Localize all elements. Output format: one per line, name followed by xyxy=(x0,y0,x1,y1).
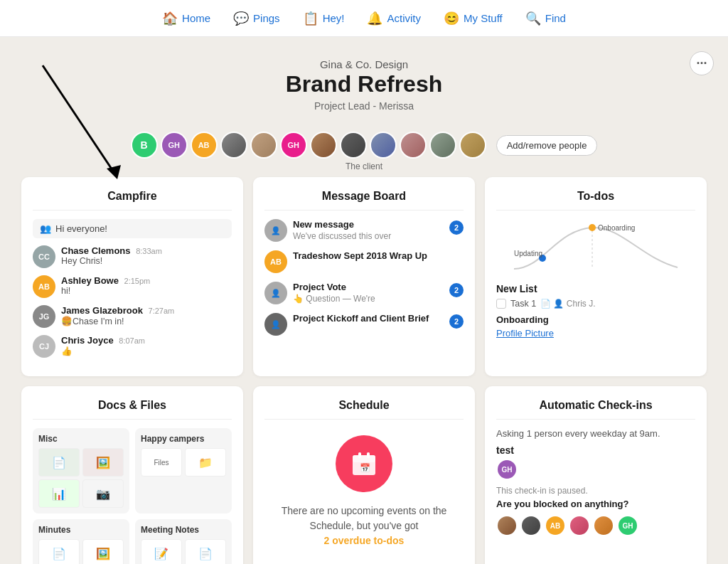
docs-folder-meeting-notes[interactable]: Meeting Notes 📝 📄 🗒️ xyxy=(135,519,232,564)
campfire-message-ashley[interactable]: AB Ashley Bowe 2:15pm hi! xyxy=(33,275,232,298)
onboarding-section: Onboarding xyxy=(496,314,695,325)
folder-name-meeting-notes: Meeting Notes xyxy=(141,525,226,535)
nav-home[interactable]: 🏠 Home xyxy=(162,11,210,26)
nav-activity[interactable]: 🔔 Activity xyxy=(367,11,421,26)
nav-hey[interactable]: 📋 Hey! xyxy=(303,11,345,26)
nav-home-label: Home xyxy=(182,12,210,24)
schedule-card: Schedule 📅 There are no upcoming events … xyxy=(253,386,475,564)
task-checkbox[interactable] xyxy=(496,299,506,309)
add-remove-people-button[interactable]: Add/remove people xyxy=(496,135,598,156)
checkins-card: Automatic Check-ins Asking 1 person ever… xyxy=(485,386,707,564)
checkin-avatar-6[interactable]: GH xyxy=(617,515,638,536)
svg-rect-10 xyxy=(367,452,370,458)
company-name: Gina & Co. Design xyxy=(21,58,707,70)
main-content: ··· Gina & Co. Design Brand Refresh Proj… xyxy=(0,37,728,564)
mb-avatar-2: AB xyxy=(264,250,287,273)
avatar-photo1[interactable] xyxy=(220,132,247,159)
mb-item-project-vote[interactable]: 👤 Project Vote 👆 Question — We're 2 xyxy=(264,282,464,304)
mb-title-2: Tradeshow Sept 2018 Wrap Up xyxy=(293,250,464,262)
nav-find[interactable]: 🔍 Find xyxy=(525,11,566,26)
checkin-paused-text: This check-in is paused. xyxy=(496,486,695,496)
avatar-photo3[interactable] xyxy=(310,132,337,159)
docs-file-4[interactable]: 📷 xyxy=(82,479,124,508)
docs-file-3[interactable]: 📊 xyxy=(38,479,80,508)
svg-rect-9 xyxy=(358,452,361,458)
checkin-avatars: AB GH xyxy=(496,515,695,536)
msg-time-ashley: 2:15pm xyxy=(124,277,151,285)
new-list-title: New List xyxy=(496,283,695,294)
nav-mystuff-label: My Stuff xyxy=(464,12,503,24)
avatar-GH2[interactable]: GH xyxy=(280,132,307,159)
docs-file-1[interactable]: 📄 xyxy=(38,448,80,477)
avatar-B[interactable]: B xyxy=(131,132,158,159)
mb-avatar-1: 👤 xyxy=(264,219,287,242)
avatar-ashley: AB xyxy=(33,275,55,298)
checkin-name: test xyxy=(496,445,695,456)
svg-text:📅: 📅 xyxy=(360,462,370,473)
nav-mystuff[interactable]: 😊 My Stuff xyxy=(444,11,503,26)
avatar-photo2[interactable] xyxy=(250,132,277,159)
docs-file-2[interactable]: 🖼️ xyxy=(82,448,124,477)
avatar-AB[interactable]: AB xyxy=(191,132,218,159)
message-board-card: Message Board 👤 New message We've discus… xyxy=(253,177,475,376)
docs-file-6[interactable]: 📁 xyxy=(185,448,226,477)
docs-file-7[interactable]: 📄 xyxy=(38,539,80,564)
mb-item-kickoff[interactable]: 👤 Project Kickoff and Client Brief 2 xyxy=(264,313,464,336)
avatar-photo8[interactable] xyxy=(459,132,486,159)
docs-folder-happy-campers[interactable]: Happy campers Files 📁 xyxy=(135,428,232,514)
msg-time-james: 7:27am xyxy=(149,307,175,315)
campfire-message-chase[interactable]: CC Chase Clemons 8:33am Hey Chris! xyxy=(33,245,232,268)
campfire-message-james[interactable]: JG James Glazebrook 7:27am 🍔Chase I'm in… xyxy=(33,305,232,328)
docs-title: Docs & Files xyxy=(33,399,232,420)
avatar-photo5[interactable] xyxy=(370,132,397,159)
svg-rect-8 xyxy=(353,455,375,462)
navigation: 🏠 Home 💬 Pings 📋 Hey! 🔔 Activity 😊 My St… xyxy=(0,0,728,37)
nav-pings[interactable]: 💬 Pings xyxy=(233,11,280,26)
checkin-avatar-1[interactable] xyxy=(496,515,518,536)
message-board-title: Message Board xyxy=(264,190,464,211)
more-menu-button[interactable]: ··· xyxy=(690,51,714,75)
checkin-avatar-3[interactable]: AB xyxy=(545,515,566,536)
hey-icon: 📋 xyxy=(303,11,318,26)
checkin-avatar-4[interactable] xyxy=(569,515,590,536)
msg-time-chris: 8:07am xyxy=(119,336,145,345)
docs-folder-minutes[interactable]: Minutes 📄 🖼️ 📋 xyxy=(33,519,129,564)
msg-text-chris: 👍 xyxy=(61,346,232,356)
docs-grid: Misc 📄 🖼️ 📊 📷 Happy campers Files 📁 xyxy=(33,428,232,564)
mb-item-new-message[interactable]: 👤 New message We've discussed this over … xyxy=(264,219,464,242)
checkin-avatar-5[interactable] xyxy=(593,515,614,536)
checkin-user-avatar: GH xyxy=(496,459,518,480)
todos-task-1[interactable]: Task 1 📄 👤 Chris J. xyxy=(496,299,695,309)
checkin-avatar-2[interactable] xyxy=(520,515,542,536)
msg-name-chris: Chris Joyce xyxy=(61,335,114,346)
docs-file-8[interactable]: 🖼️ xyxy=(82,539,124,564)
docs-file-11[interactable]: 📄 xyxy=(185,539,226,564)
docs-file-10[interactable]: 📝 xyxy=(141,539,182,564)
todos-chart: Onboarding Updating xyxy=(496,219,695,276)
task-assignee: 📄 👤 Chris J. xyxy=(540,299,595,309)
msg-text-james: 🍔Chase I'm in! xyxy=(61,316,232,326)
client-label: The client xyxy=(21,161,707,171)
profile-picture-link[interactable]: Profile Picture xyxy=(496,328,695,339)
avatar-chase: CC xyxy=(33,245,55,268)
pings-icon: 💬 xyxy=(233,11,249,26)
docs-files-card: Docs & Files Misc 📄 🖼️ 📊 📷 Happy campers xyxy=(21,386,243,564)
docs-folder-misc[interactable]: Misc 📄 🖼️ 📊 📷 xyxy=(33,428,129,514)
avatar-photo6[interactable] xyxy=(400,132,427,159)
msg-name-james: James Glazebrook xyxy=(61,305,143,316)
mb-badge-4: 2 xyxy=(449,314,464,329)
campfire-title: Campfire xyxy=(33,190,232,211)
avatar-GH1[interactable]: GH xyxy=(161,132,188,159)
avatar-photo7[interactable] xyxy=(429,132,456,159)
mb-title-1: New message xyxy=(293,219,444,231)
campfire-message-chris[interactable]: CJ Chris Joyce 8:07am 👍 xyxy=(33,335,232,358)
checkins-title: Automatic Check-ins xyxy=(496,399,695,420)
docs-file-5[interactable]: Files xyxy=(141,448,182,477)
nav-activity-label: Activity xyxy=(387,12,421,24)
avatar-photo4[interactable] xyxy=(340,132,367,159)
mb-item-tradeshow[interactable]: AB Tradeshow Sept 2018 Wrap Up xyxy=(264,250,464,273)
dashboard-grid: Campfire 👥 Hi everyone! CC Chase Clemons… xyxy=(21,177,707,564)
campfire-hi-message: 👥 Hi everyone! xyxy=(33,219,232,238)
schedule-title: Schedule xyxy=(264,399,464,420)
msg-text-chase: Hey Chris! xyxy=(61,256,232,266)
